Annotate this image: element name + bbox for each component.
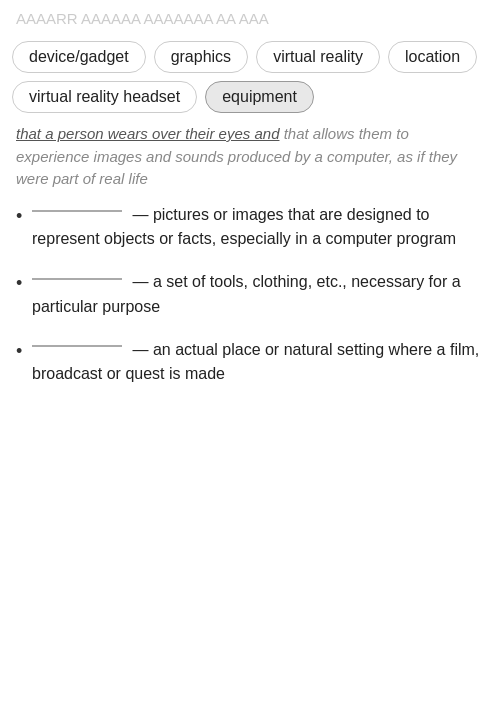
definition-list: — pictures or images that are designed t… bbox=[16, 203, 484, 388]
tags-container: device/gadgetgraphicsvirtual realityloca… bbox=[0, 33, 500, 121]
tag-pill-5[interactable]: equipment bbox=[205, 81, 314, 113]
definition-block: that a person wears over their eyes and … bbox=[0, 121, 500, 387]
blank-2 bbox=[32, 278, 122, 280]
tag-pill-0[interactable]: device/gadget bbox=[12, 41, 146, 73]
faded-text-highlighted: that a person wears over their eyes and bbox=[16, 125, 279, 142]
blank-3 bbox=[32, 345, 122, 347]
definition-item-1: — pictures or images that are designed t… bbox=[16, 203, 484, 253]
tag-pill-2[interactable]: virtual reality bbox=[256, 41, 380, 73]
top-faded-text: AAAARR AAAAAA AAAAAAA AA AAA bbox=[0, 0, 500, 33]
blank-1 bbox=[32, 210, 122, 212]
definition-item-3: — an actual place or natural setting whe… bbox=[16, 338, 484, 388]
def-content-2: — a set of tools, clothing, etc., necess… bbox=[32, 270, 484, 320]
tag-pill-4[interactable]: virtual reality headset bbox=[12, 81, 197, 113]
def-content-1: — pictures or images that are designed t… bbox=[32, 203, 484, 253]
def-content-3: — an actual place or natural setting whe… bbox=[32, 338, 484, 388]
faded-sentence: that a person wears over their eyes and … bbox=[16, 123, 484, 191]
definition-item-2: — a set of tools, clothing, etc., necess… bbox=[16, 270, 484, 320]
tag-pill-1[interactable]: graphics bbox=[154, 41, 248, 73]
tag-pill-3[interactable]: location bbox=[388, 41, 477, 73]
